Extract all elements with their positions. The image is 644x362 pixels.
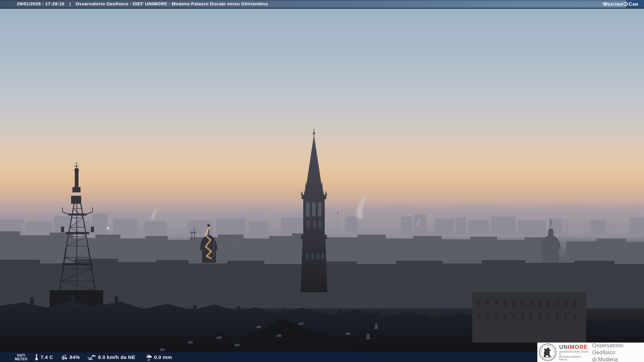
windsock-icon: [87, 354, 96, 361]
unimore-logo-box: UNIMORE UNIVERSITÀ DEGLI STUDI DI MODENA…: [537, 343, 644, 362]
gasometer: [345, 216, 358, 232]
page-title: Osservatorio Geofisico - DIEF UNIMORE - …: [75, 1, 268, 6]
webcam-page: { "header": { "timestamp": "29/01/2026 -…: [0, 0, 644, 362]
palazzo-facade: [472, 292, 586, 343]
unimore-name: UNIMORE: [559, 344, 589, 350]
humidity-value: 84%: [69, 354, 80, 360]
rain-value: 0.0 mm: [154, 354, 172, 360]
unimore-wordmark: UNIMORE UNIVERSITÀ DEGLI STUDI DI MODENA…: [559, 344, 589, 361]
timestamp: 29/01/2026 - 17:28:10: [17, 1, 64, 6]
weathercam-logo: WEATHER CAM: [603, 0, 644, 8]
weather-initial: W: [603, 1, 608, 7]
observatory-name-line1: Osservatorio Geofisico: [592, 342, 644, 356]
mast-warning-light: [337, 212, 338, 214]
weathercam-logo-weather: WEATHER: [603, 1, 623, 7]
webcam-lens-icon: [624, 2, 628, 6]
temperature-reading: 7.4 C: [34, 354, 53, 361]
ghirlandina-tower: [301, 129, 327, 292]
wind-reading: 8.0 km/h da NE: [87, 354, 135, 361]
wind-value: 8.0 km/h da NE: [98, 354, 135, 360]
webcam-photo: [0, 9, 644, 362]
weather-bar-label-line2: METEO: [12, 357, 30, 361]
umbrella-icon: [145, 354, 152, 361]
unimore-more: MORE: [570, 344, 588, 350]
cam-rest: AM: [632, 2, 638, 6]
observatory-name: Osservatorio Geofisico di Modena: [592, 342, 644, 362]
temperature-value: 7.4 C: [41, 354, 53, 360]
observatory-name-line2: di Modena: [592, 356, 644, 362]
weather-rest: EATHER: [608, 2, 623, 6]
thermometer-icon: [34, 354, 39, 361]
weathercam-cam-box: CAM: [626, 0, 644, 8]
humidity-reading: 84%: [60, 354, 80, 361]
unimore-uni: UNI: [559, 344, 570, 350]
unimore-subtitle-line1: UNIVERSITÀ DEGLI STUDI DI: [559, 351, 589, 356]
weather-bar-label: DATI METEO: [12, 354, 30, 361]
cam-initial: C: [629, 1, 632, 7]
unimore-subtitle: UNIVERSITÀ DEGLI STUDI DI MODENA E REGGI…: [559, 351, 589, 361]
water-drops-icon: [60, 354, 68, 361]
separator: |: [69, 1, 71, 6]
weathercam-logo-cam: CAM: [629, 1, 638, 7]
top-info-bar: 29/01/2026 - 17:28:10 | Osservatorio Geo…: [0, 0, 644, 9]
unimore-subtitle-line2: MODENA E REGGIO EMILIA: [559, 356, 589, 361]
weather-bar-label-line1: DATI: [12, 354, 30, 357]
cityscape-illustration: [0, 9, 644, 362]
rain-reading: 0.0 mm: [145, 354, 172, 361]
unimore-seal: [539, 344, 556, 361]
